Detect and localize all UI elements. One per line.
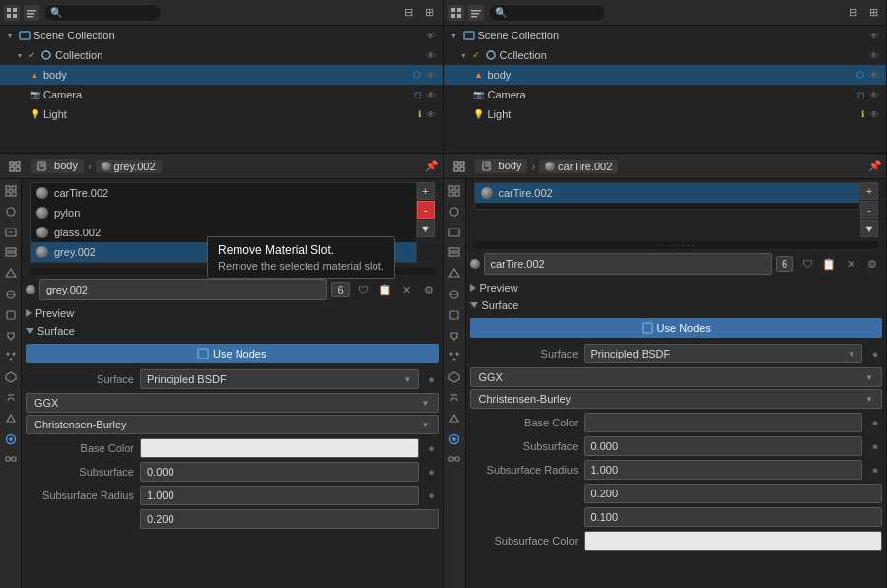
left-preview-header[interactable]: Preview — [22, 304, 443, 322]
left-props-filename[interactable]: body — [31, 159, 84, 173]
right-remove-slot-btn[interactable]: - — [860, 201, 878, 219]
left-tool-scene[interactable] — [1, 181, 21, 201]
left-settings-icon[interactable]: ⊞ — [421, 4, 439, 22]
right-mat-slot-0[interactable]: carTire.002 — [475, 183, 860, 203]
right-tool-viewlayer[interactable] — [444, 243, 464, 263]
left-collection-arrow[interactable] — [14, 49, 26, 61]
right-add-slot-btn[interactable]: + — [860, 182, 878, 200]
left-body-eye[interactable]: 👁 — [423, 67, 439, 83]
left-sub-radius-value[interactable]: 1.000 — [140, 486, 419, 505]
left-mat-slot-3[interactable]: grey.002 — [31, 242, 416, 262]
right-collection-arrow[interactable] — [458, 49, 470, 61]
left-mat-name-input[interactable]: grey.002 — [39, 279, 327, 300]
right-sub-color-value[interactable] — [584, 531, 883, 551]
right-tool-physics[interactable] — [444, 367, 464, 387]
right-use-nodes-btn[interactable]: Use Nodes — [470, 318, 883, 338]
right-editor-type-icon[interactable] — [468, 5, 484, 21]
left-list-scrollbar[interactable]: · · · · · · · · — [30, 267, 435, 275]
left-mat-slot-0[interactable]: carTire.002 — [31, 183, 416, 203]
left-filter-icon[interactable]: ⊟ — [400, 4, 418, 22]
left-surface-header[interactable]: Surface — [22, 322, 443, 340]
right-surface-shader-dropdown[interactable]: Principled BSDF ▼ — [584, 344, 863, 363]
right-tree-body[interactable]: ▲ body ⬡ 👁 — [444, 65, 887, 85]
right-collection-eye[interactable]: 👁 — [866, 47, 882, 63]
right-sub-radius2-value[interactable]: 0.200 — [584, 484, 883, 503]
right-subsurface-value[interactable]: 0.000 — [584, 436, 863, 456]
right-tool-scene2[interactable] — [444, 264, 464, 284]
left-scene-arrow[interactable] — [4, 30, 16, 41]
right-slot-more-btn[interactable]: ▼ — [860, 220, 878, 237]
right-tree-collection[interactable]: ✓ Collection 👁 — [444, 45, 887, 65]
left-search-box[interactable]: 🔍 — [43, 4, 162, 22]
left-camera-eye[interactable]: 👁 — [423, 87, 439, 102]
left-light-eye[interactable]: 👁 — [423, 106, 439, 122]
left-slot-more-btn[interactable]: ▼ — [417, 220, 435, 237]
right-base-color-value[interactable] — [584, 413, 863, 432]
left-mat-settings-icon[interactable]: ⚙ — [419, 280, 439, 299]
right-search-box[interactable]: 🔍 — [488, 4, 606, 22]
right-tool-constraint[interactable] — [444, 388, 464, 408]
left-mat-slot-2[interactable]: glass.002 — [31, 223, 416, 242]
left-tool-material[interactable] — [1, 429, 21, 449]
right-camera-eye[interactable]: 👁 — [866, 87, 882, 102]
left-pin-icon[interactable]: 📌 — [425, 160, 439, 172]
left-collection-eye[interactable]: 👁 — [423, 47, 439, 63]
right-mat-shield-icon[interactable]: 🛡 — [797, 254, 817, 274]
right-tool-shader[interactable] — [444, 450, 464, 470]
right-tree-scene-collection[interactable]: Scene Collection 👁 — [444, 26, 887, 45]
left-tool-physics[interactable] — [1, 367, 21, 387]
right-list-scrollbar[interactable]: · · · · · · · · — [474, 241, 879, 249]
left-tool-constraint[interactable] — [1, 388, 21, 408]
left-mat-copy-icon[interactable]: 📋 — [375, 280, 395, 299]
left-tool-world[interactable] — [1, 285, 21, 304]
left-tool-scene2[interactable] — [1, 264, 21, 284]
left-mat-slot-1[interactable]: pylon — [31, 203, 416, 223]
right-tree-camera[interactable]: 📷 Camera ◻ 👁 — [444, 85, 887, 104]
left-tool-render[interactable] — [1, 202, 21, 222]
left-mat-list[interactable]: carTire.002 pylon glass.002 — [30, 182, 417, 263]
left-subsurface-value[interactable]: 0.000 — [140, 462, 419, 482]
left-editor-type-icon[interactable] — [24, 5, 39, 21]
left-mat-clear-icon[interactable]: ✕ — [397, 280, 417, 299]
right-surface-header[interactable]: Surface — [466, 296, 887, 314]
right-mat-settings-icon[interactable]: ⚙ — [862, 254, 882, 274]
right-preview-header[interactable]: Preview — [466, 279, 887, 296]
left-tree-scene-collection[interactable]: Scene Collection 👁 — [0, 26, 443, 45]
right-filter-icon[interactable]: ⊟ — [844, 4, 861, 22]
right-scene-arrow[interactable] — [448, 30, 460, 41]
right-props-material-tab[interactable]: carTire.002 — [539, 160, 618, 173]
left-cb-dropdown[interactable]: Christensen-Burley ▼ — [26, 415, 439, 434]
left-ggx-dropdown[interactable]: GGX ▼ — [26, 393, 439, 413]
right-ggx-dropdown[interactable]: GGX ▼ — [470, 367, 883, 387]
right-mat-copy-icon[interactable]: 📋 — [819, 254, 839, 274]
left-view-icon[interactable] — [4, 5, 20, 21]
right-tool-particles[interactable] — [444, 347, 464, 366]
left-remove-slot-btn[interactable]: - — [417, 201, 435, 219]
right-tool-objdata[interactable] — [444, 409, 464, 428]
right-pin-icon[interactable]: 📌 — [868, 160, 882, 172]
right-mat-list[interactable]: carTire.002 — [474, 182, 861, 210]
left-tool-modifier[interactable] — [1, 326, 21, 346]
left-tab-scene[interactable] — [4, 157, 26, 176]
right-sub-radius-value[interactable]: 1.000 — [584, 460, 863, 480]
right-settings-icon[interactable]: ⊞ — [864, 4, 882, 22]
left-mat-shield-icon[interactable]: 🛡 — [354, 280, 374, 299]
left-tool-shader[interactable] — [1, 450, 21, 470]
right-tool-material[interactable] — [444, 429, 464, 449]
right-tool-scene[interactable] — [444, 181, 464, 201]
left-tree-camera[interactable]: 📷 Camera ◻ 👁 — [0, 85, 443, 104]
right-tab-scene[interactable] — [448, 157, 470, 176]
right-tool-world[interactable] — [444, 285, 464, 304]
right-tree-light[interactable]: 💡 Light ℹ 👁 — [444, 104, 887, 124]
right-tool-modifier[interactable] — [444, 326, 464, 346]
right-tool-render[interactable] — [444, 202, 464, 222]
left-tree-body[interactable]: ▲ body ⬡ 👁 — [0, 65, 443, 85]
right-cb-dropdown[interactable]: Christensen-Burley ▼ — [470, 389, 883, 409]
right-body-eye[interactable]: 👁 — [866, 67, 882, 83]
left-add-slot-btn[interactable]: + — [417, 182, 435, 200]
right-sub-radius3-value[interactable]: 0.100 — [584, 507, 883, 527]
left-tool-viewlayer[interactable] — [1, 243, 21, 263]
left-props-material-tab[interactable]: grey.002 — [96, 160, 162, 173]
left-surface-shader-dropdown[interactable]: Principled BSDF ▼ — [140, 369, 419, 389]
right-tool-object[interactable] — [444, 305, 464, 325]
